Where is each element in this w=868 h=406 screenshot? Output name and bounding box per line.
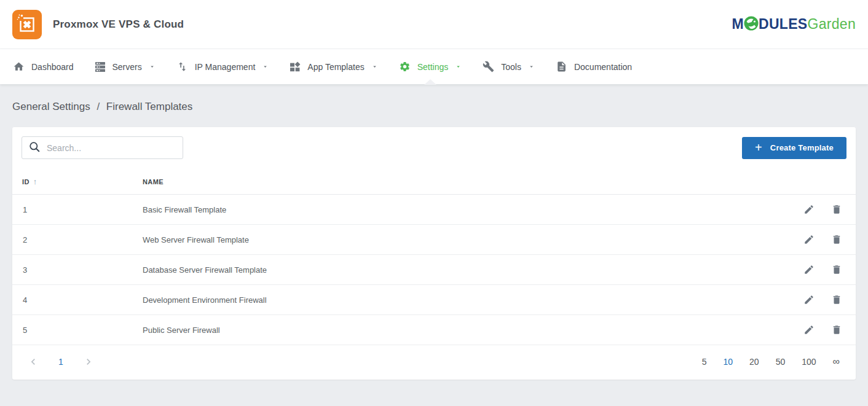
nav-label: IP Management: [195, 62, 256, 72]
pencil-icon: [803, 234, 815, 245]
chevron-down-icon: [455, 63, 462, 70]
chevron-down-icon: [371, 63, 378, 70]
cell-id: 5: [12, 315, 143, 345]
pencil-icon: [803, 294, 815, 305]
templates-table: ID↑ NAME 1 Basic Firewall Template: [12, 168, 856, 345]
breadcrumb-section[interactable]: General Settings: [12, 101, 90, 112]
page-title: Proxmox VE VPS & Cloud: [53, 18, 184, 31]
nav-item-dashboard[interactable]: Dashboard: [2, 49, 84, 84]
modulesgarden-logo[interactable]: M DULES Garden: [732, 15, 856, 34]
table-row: 4 Development Environment Firewall: [12, 285, 856, 315]
trash-icon: [831, 204, 842, 215]
nav-label: Settings: [417, 62, 449, 72]
nav-label: Dashboard: [31, 62, 74, 72]
nav-item-settings[interactable]: Settings: [389, 49, 473, 84]
table-row: 1 Basic Firewall Template: [12, 195, 856, 225]
nav-label: Tools: [501, 62, 521, 72]
delete-button[interactable]: [829, 292, 844, 307]
chevron-left-icon: [27, 356, 39, 368]
globe-icon: [743, 15, 759, 35]
trash-icon: [831, 234, 842, 245]
pager: 1: [26, 354, 96, 369]
breadcrumb-current: Firewall Templates: [106, 101, 192, 112]
brand-text-dules: DULES: [759, 16, 807, 33]
brand-text-m: M: [732, 16, 744, 33]
plus-icon: +: [755, 141, 762, 154]
cell-id: 4: [12, 285, 143, 315]
nav-item-app-templates[interactable]: App Templates: [279, 49, 388, 84]
edit-button[interactable]: [802, 292, 816, 307]
next-page-button[interactable]: [81, 354, 96, 369]
page-number[interactable]: 1: [56, 357, 66, 367]
cell-id: 2: [12, 225, 143, 255]
pencil-icon: [803, 324, 815, 335]
page-size-selector: 5 10 20 50 100 ∞: [702, 356, 846, 367]
firewall-templates-card: + Create Template ID↑ NAME 1: [12, 127, 856, 380]
pencil-icon: [803, 204, 815, 215]
table-header-row: ID↑ NAME: [12, 168, 856, 195]
previous-page-button[interactable]: [26, 354, 41, 369]
chevron-down-icon: [262, 63, 269, 70]
edit-button[interactable]: [802, 202, 816, 217]
document-icon: [556, 61, 567, 72]
cell-name: Basic Firewall Template: [143, 195, 612, 225]
page-size-option[interactable]: 100: [802, 357, 816, 367]
page-size-option[interactable]: 5: [702, 357, 707, 367]
table-footer: 1 5 10 20 50 100 ∞: [12, 345, 856, 380]
delete-button[interactable]: [829, 232, 844, 247]
gear-icon: [399, 61, 411, 72]
breadcrumb-separator: /: [97, 101, 100, 112]
page-size-option-all[interactable]: ∞: [833, 356, 840, 367]
cell-id: 3: [12, 255, 143, 285]
swap-vertical-icon: [176, 61, 188, 72]
edit-button[interactable]: [802, 322, 816, 337]
trash-icon: [831, 324, 842, 335]
nav-item-documentation[interactable]: Documentation: [545, 49, 642, 84]
app-header: Proxmox VE VPS & Cloud M DULES Garden: [0, 0, 868, 49]
chevron-down-icon: [528, 63, 535, 70]
nav-label: App Templates: [307, 62, 364, 72]
cell-name: Public Server Firewall: [143, 315, 612, 345]
trash-icon: [831, 264, 842, 275]
search-box: [22, 136, 183, 159]
table-row: 3 Database Server Firewall Template: [12, 255, 856, 285]
brand-text-garden: Garden: [807, 16, 856, 33]
app-grid-icon: [290, 61, 301, 72]
cell-name: Database Server Firewall Template: [143, 255, 612, 285]
main-nav: Dashboard Servers: [0, 49, 868, 84]
delete-button[interactable]: [829, 262, 844, 277]
nav-label: Servers: [112, 62, 142, 72]
search-icon: [29, 141, 40, 155]
chevron-right-icon: [82, 356, 95, 368]
page-size-option[interactable]: 50: [776, 357, 786, 367]
table-row: 5 Public Server Firewall: [12, 315, 856, 345]
home-icon: [13, 61, 25, 72]
create-template-label: Create Template: [770, 143, 834, 152]
page-size-option-active[interactable]: 10: [724, 357, 733, 367]
servers-icon: [95, 61, 106, 72]
column-header-name[interactable]: NAME: [143, 168, 612, 195]
create-template-button[interactable]: + Create Template: [742, 137, 846, 159]
delete-button[interactable]: [829, 202, 844, 217]
table-row: 2 Web Server Firewall Template: [12, 225, 856, 255]
search-input[interactable]: [47, 143, 176, 153]
column-header-id[interactable]: ID↑: [12, 168, 143, 195]
cell-id: 1: [12, 195, 143, 225]
edit-button[interactable]: [802, 232, 816, 247]
sort-ascending-icon: ↑: [33, 177, 37, 186]
nav-item-servers[interactable]: Servers: [84, 49, 166, 84]
cell-name: Development Environment Firewall: [143, 285, 612, 315]
trash-icon: [831, 294, 842, 305]
wrench-icon: [483, 61, 494, 72]
content-area: General Settings / Firewall Templates + …: [0, 84, 868, 380]
edit-button[interactable]: [802, 262, 816, 277]
app-logo-icon: [12, 10, 42, 39]
pencil-icon: [803, 264, 815, 275]
page-size-option[interactable]: 20: [749, 357, 759, 367]
chevron-down-icon: [149, 63, 156, 70]
nav-label: Documentation: [574, 62, 632, 72]
delete-button[interactable]: [829, 322, 844, 337]
column-header-actions: [612, 168, 856, 195]
nav-item-tools[interactable]: Tools: [472, 49, 545, 84]
nav-item-ip-management[interactable]: IP Management: [166, 49, 280, 84]
